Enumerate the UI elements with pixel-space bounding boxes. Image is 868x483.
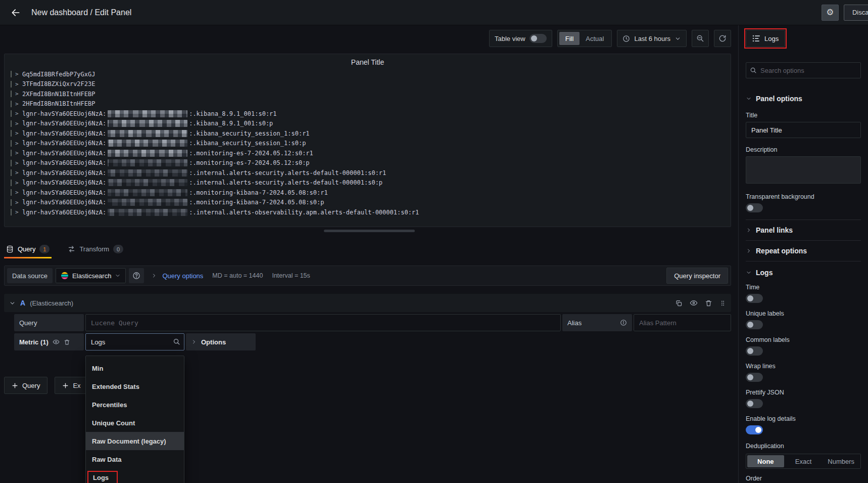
add-query-button[interactable]: Query	[4, 377, 47, 394]
transparent-background-toggle[interactable]	[746, 203, 763, 212]
horizontal-scrollbar[interactable]	[324, 230, 415, 232]
expand-chevron-icon[interactable]: >	[15, 189, 22, 196]
panel-links-section[interactable]: Panel links	[746, 226, 861, 234]
log-line[interactable]: >lgnr-havSYa6OEEUoj6NzA::.monitoring-kib…	[11, 188, 731, 198]
metric-option-raw-data[interactable]: Raw Data	[86, 450, 184, 468]
visualization-picker[interactable]: Logs	[746, 30, 785, 47]
log-suffix: :.internal.alerts-security.alerts-defaul…	[189, 179, 382, 186]
unique-labels-toggle[interactable]	[746, 320, 763, 329]
toggle-label: Common labels	[746, 336, 861, 343]
duplicate-icon[interactable]	[675, 299, 683, 307]
chevron-right-icon	[746, 248, 752, 254]
dedup-option-none[interactable]: None	[747, 455, 784, 467]
log-text: Gq5mdI8BRfedbP7yGxGJ	[22, 71, 95, 78]
log-line[interactable]: >lgnr-havSYa6OEEUoj6NzA::.kibana_securit…	[11, 128, 731, 139]
discard-button[interactable]: Discard	[844, 5, 868, 21]
metric-filter-input[interactable]	[85, 333, 184, 350]
metric-option-extended-stats[interactable]: Extended Stats	[86, 377, 184, 396]
table-view-toggle[interactable]	[529, 34, 547, 43]
wrap-lines-toggle[interactable]	[746, 373, 763, 382]
expand-chevron-icon[interactable]: >	[15, 110, 22, 117]
query-options-header[interactable]: Query options MD = auto = 1440 Interval …	[151, 272, 310, 280]
expand-chevron-icon[interactable]: >	[15, 130, 22, 137]
refresh-button[interactable]	[714, 30, 731, 47]
tab-query[interactable]: Query 1	[4, 245, 52, 258]
repeat-options-section[interactable]: Repeat options	[746, 247, 861, 255]
expand-chevron-icon[interactable]: >	[15, 199, 22, 206]
query-row-header[interactable]: A (Elasticsearch)	[4, 294, 731, 312]
time-toggle[interactable]	[746, 294, 763, 303]
eye-icon[interactable]	[53, 338, 60, 345]
lucene-query-input[interactable]	[85, 314, 561, 331]
metric-option-raw-document-legacy[interactable]: Raw Document (legacy)	[86, 432, 184, 450]
title-field-label: Title	[746, 112, 861, 119]
prettify-json-toggle[interactable]	[746, 399, 763, 408]
log-line[interactable]: >lgnr-havSYa6OEEUoj6NzA::.monitoring-kib…	[11, 198, 731, 208]
expand-chevron-icon[interactable]: >	[15, 91, 22, 97]
expand-chevron-icon[interactable]: >	[15, 81, 22, 87]
log-line[interactable]: >lgnr-havSYa6OEEUoj6NzA::.monitoring-es-…	[11, 148, 731, 158]
expand-chevron-icon[interactable]: >	[15, 71, 22, 77]
log-line[interactable]: >lgnr-havSYa6OEEUoj6NzA::.kibana_securit…	[11, 139, 731, 149]
expand-chevron-icon[interactable]: >	[15, 140, 22, 147]
settings-button[interactable]: ⚙	[822, 5, 839, 21]
eye-icon[interactable]	[690, 299, 698, 307]
log-line[interactable]: >3TFmdI8BZXiQxrv2F23E	[11, 79, 731, 90]
fill-option[interactable]: Fill	[559, 32, 580, 45]
alias-pattern-input[interactable]	[634, 314, 731, 331]
log-line[interactable]: >lgnr-havSYa6OEEUoj6NzA::.internal.alert…	[11, 207, 731, 217]
time-range-picker[interactable]: Last 6 hours	[617, 30, 687, 47]
chevron-down-icon	[115, 273, 121, 279]
logs-options-section[interactable]: Logs	[746, 269, 861, 277]
metric-options-section[interactable]: Options	[186, 333, 256, 350]
metric-option-unique-count[interactable]: Unique Count	[86, 414, 184, 432]
log-line[interactable]: >lgnr-havSYa6OEEUoj6NzA::.kibana_8.9.1_0…	[11, 109, 731, 119]
toggle-label: Time	[746, 284, 861, 291]
log-line[interactable]: >lgnr-havSYa6OEEUoj6NzA::.monitoring-es-…	[11, 158, 731, 168]
datasource-picker[interactable]: Elasticsearch	[56, 268, 126, 283]
info-circle-icon[interactable]	[620, 319, 627, 326]
log-prefix: lgnr-havSYa6OEEUoj6NzA:	[22, 110, 106, 117]
expand-chevron-icon[interactable]: >	[15, 120, 22, 127]
metric-option-logs[interactable]: Logs	[86, 468, 184, 483]
options-search-input[interactable]	[746, 62, 861, 78]
query-inspector-button[interactable]: Query inspector	[666, 268, 728, 284]
expand-chevron-icon[interactable]: >	[15, 101, 22, 107]
log-line[interactable]: >lgnr-havSYa6OEEUoj6NzA::.internal.alert…	[11, 178, 731, 188]
actual-option[interactable]: Actual	[580, 32, 610, 45]
log-line[interactable]: >2HFmdI8BnN1BItnHFEBP	[11, 99, 731, 109]
log-text: lgnr-havSYa6OEEUoj6NzA::.kibana_8.9.1_00…	[22, 110, 277, 117]
trash-icon[interactable]	[64, 339, 70, 345]
dedup-option-numbers[interactable]: Numbers	[823, 455, 859, 467]
metric-type-select[interactable]	[85, 333, 184, 350]
expand-chevron-icon[interactable]: >	[15, 180, 22, 186]
query-options-link[interactable]: Query options	[162, 272, 203, 280]
log-suffix: :.monitoring-es-7-2024.05.12:s0:r1	[189, 150, 313, 157]
metric-option-percentiles[interactable]: Percentiles	[86, 396, 184, 414]
datasource-help-button[interactable]	[129, 268, 144, 283]
metric-option-min[interactable]: Min	[86, 359, 184, 377]
log-line[interactable]: >Gq5mdI8BRfedbP7yGxGJ	[11, 69, 731, 79]
add-expression-button[interactable]: Ex	[55, 377, 88, 394]
expand-chevron-icon[interactable]: >	[15, 150, 22, 156]
log-line[interactable]: >lgnr-havSYa6OEEUoj6NzA::.internal.alert…	[11, 168, 731, 178]
tab-transform[interactable]: Transform 0	[66, 245, 125, 258]
expand-chevron-icon[interactable]: >	[15, 209, 22, 215]
expand-chevron-icon[interactable]: >	[15, 160, 22, 166]
common-labels-toggle[interactable]	[746, 346, 763, 356]
description-textarea[interactable]	[746, 156, 861, 184]
expand-chevron-icon[interactable]: >	[15, 169, 22, 176]
panel-options-section[interactable]: Panel options	[746, 95, 861, 103]
enable-log-details-toggle[interactable]	[746, 425, 763, 434]
log-line[interactable]: >2XFmdI8BnN1BItnHFEBP	[11, 89, 731, 99]
datasource-bar: Data source Elasticsearch Query o	[4, 266, 731, 286]
trash-icon[interactable]	[705, 299, 712, 307]
drag-handle-icon[interactable]	[719, 299, 726, 307]
dedup-option-exact[interactable]: Exact	[785, 455, 822, 467]
panel-title-input[interactable]	[746, 122, 861, 138]
back-button[interactable]	[7, 4, 24, 21]
log-list: >Gq5mdI8BRfedbP7yGxGJ>3TFmdI8BZXiQxrv2F2…	[5, 69, 731, 217]
zoom-out-button[interactable]	[692, 30, 709, 47]
log-level-bar	[11, 101, 12, 107]
log-line[interactable]: >lgnr-havSYa6OEEUoj6NzA::.kibana_8.9.1_0…	[11, 119, 731, 129]
